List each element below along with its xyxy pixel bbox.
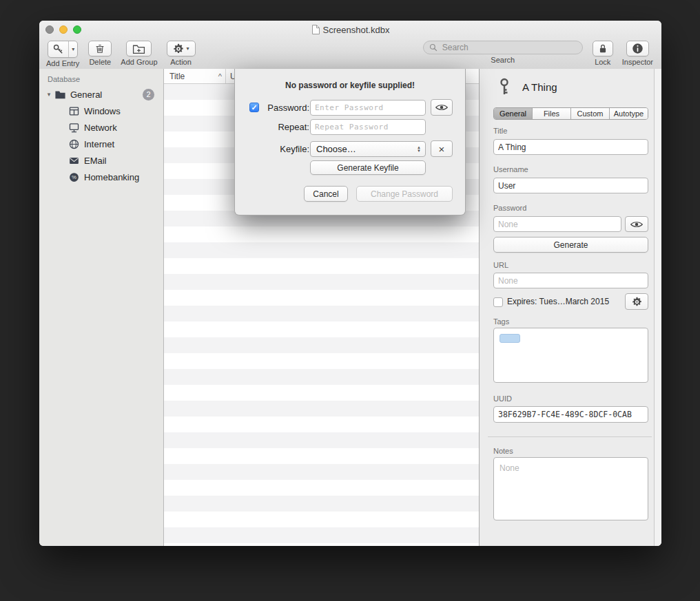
- homebanking-coin-icon: %: [68, 171, 80, 183]
- key-icon: [496, 78, 513, 96]
- password-input[interactable]: [310, 100, 426, 116]
- search-field[interactable]: [423, 41, 583, 54]
- uuid-field[interactable]: [493, 406, 648, 423]
- traffic-lights: [45, 25, 81, 34]
- sidebar: Database ▾ General 2 Windows Network Int…: [39, 69, 164, 546]
- toolbar-item-lock: Lock: [593, 41, 613, 66]
- keyfile-popup[interactable]: Choose… ▲▼: [310, 141, 426, 157]
- password-checkbox[interactable]: ✓: [249, 103, 259, 112]
- add-entry-label: Add Entry: [46, 59, 79, 67]
- close-button[interactable]: [45, 25, 54, 34]
- add-group-label: Add Group: [121, 58, 157, 66]
- repeat-password-input[interactable]: [310, 119, 426, 135]
- titlebar[interactable]: Screenshot.kdbx: [39, 21, 661, 39]
- change-password-button[interactable]: Change Password: [356, 186, 453, 202]
- folder-icon: [54, 89, 66, 101]
- delete-label: Delete: [89, 58, 111, 66]
- password-label: Password:: [262, 100, 309, 116]
- notes-box[interactable]: None: [493, 457, 648, 520]
- search-icon: [429, 43, 438, 52]
- username-field[interactable]: [493, 178, 648, 193]
- sidebar-item-email[interactable]: EMail: [39, 152, 163, 169]
- popup-stepper-icon: ▲▼: [417, 146, 425, 153]
- sidebar-item-label: Homebanking: [84, 172, 139, 182]
- inspector-scrollbar[interactable]: [654, 69, 661, 546]
- expires-settings-button[interactable]: [625, 293, 648, 310]
- sort-indicator-icon: ^: [218, 72, 222, 81]
- add-entry-button[interactable]: ▾: [48, 41, 78, 58]
- notes-placeholder: None: [500, 463, 519, 473]
- tags-box[interactable]: [493, 328, 648, 383]
- toolbar-item-search: Search: [423, 41, 583, 64]
- clear-keyfile-button[interactable]: ×: [431, 140, 453, 157]
- windows-icon: [68, 105, 80, 117]
- generate-keyfile-button[interactable]: Generate Keyfile: [310, 160, 426, 175]
- cancel-button[interactable]: Cancel: [304, 186, 348, 202]
- search-input[interactable]: [441, 42, 577, 53]
- entry-title: A Thing: [522, 81, 557, 93]
- toolbar-item-delete: Delete: [88, 41, 112, 66]
- checkmark-icon: ✓: [251, 103, 257, 112]
- add-group-button[interactable]: [126, 41, 152, 56]
- inspector-button[interactable]: [626, 41, 649, 56]
- uuid-label: UUID: [493, 394, 512, 403]
- sidebar-item-label: EMail: [84, 156, 107, 166]
- notes-label: Notes: [493, 447, 513, 455]
- sidebar-item-label: Windows: [84, 106, 121, 116]
- tab-autotype[interactable]: Autotype: [610, 108, 648, 119]
- app-window: Screenshot.kdbx ▾ Add Entry Delete: [39, 21, 661, 546]
- column-header-title[interactable]: Title ^: [164, 69, 226, 83]
- inspector-label: Inspector: [622, 58, 653, 66]
- repeat-label: Repeat:: [262, 119, 309, 135]
- toolbar-item-add-entry: ▾ Add Entry: [46, 41, 79, 67]
- sidebar-item-windows[interactable]: Windows: [39, 103, 163, 119]
- inspector-entry-header: A Thing: [496, 78, 557, 96]
- keyfile-popup-value: Choose…: [311, 144, 417, 154]
- sidebar-item-internet[interactable]: Internet: [39, 136, 163, 152]
- toolbar-item-action: ▾ Action: [167, 41, 196, 66]
- sidebar-item-network[interactable]: Network: [39, 119, 163, 136]
- tab-files[interactable]: Files: [533, 108, 571, 119]
- lock-button[interactable]: [593, 41, 613, 56]
- tab-custom[interactable]: Custom: [571, 108, 610, 119]
- expires-checkbox[interactable]: [493, 297, 503, 307]
- action-button[interactable]: ▾: [167, 41, 196, 56]
- password-field[interactable]: [493, 216, 621, 232]
- network-icon: [68, 122, 80, 134]
- delete-button[interactable]: [88, 41, 112, 56]
- inspector-tab-bar: General Files Custom Autotype: [493, 107, 648, 120]
- lock-label: Lock: [595, 58, 610, 66]
- title-field[interactable]: [493, 139, 648, 155]
- tab-general[interactable]: General: [494, 108, 533, 119]
- chevron-down-icon[interactable]: ▾: [68, 41, 77, 57]
- internet-globe-icon: [68, 138, 80, 150]
- disclosure-triangle-icon[interactable]: ▾: [45, 91, 53, 98]
- sidebar-item-homebanking[interactable]: % Homebanking: [39, 169, 163, 185]
- minimize-button[interactable]: [59, 25, 68, 34]
- sidebar-group-general[interactable]: ▾ General 2: [39, 86, 163, 103]
- info-icon: [632, 43, 644, 54]
- reveal-password-button[interactable]: [625, 216, 648, 232]
- url-field[interactable]: [493, 273, 648, 288]
- action-label: Action: [170, 58, 192, 66]
- email-envelope-icon: [68, 155, 80, 167]
- url-field-label: URL: [493, 261, 508, 269]
- reveal-password-button[interactable]: [431, 99, 453, 116]
- sidebar-section-header: Database: [39, 69, 163, 86]
- gear-icon: [173, 43, 184, 54]
- expires-label: Expires: Tues…March 2015: [507, 297, 609, 306]
- zoom-button[interactable]: [73, 25, 81, 34]
- change-password-sheet: No password or keyfile supplied! ✓ Passw…: [234, 69, 466, 215]
- tag-pill[interactable]: [500, 334, 520, 343]
- search-label: Search: [491, 56, 515, 64]
- generate-password-button[interactable]: Generate: [493, 237, 648, 253]
- trash-icon: [94, 43, 105, 54]
- window-chrome: Screenshot.kdbx ▾ Add Entry Delete: [39, 21, 661, 70]
- toolbar: ▾ Add Entry Delete Add Group ▾: [39, 39, 661, 69]
- sheet-message: No password or keyfile supplied!: [235, 81, 465, 90]
- eye-icon: [435, 103, 448, 112]
- svg-text:%: %: [72, 174, 76, 180]
- desktop-background: { "window": { "title": "Screenshot.kdbx"…: [0, 0, 700, 601]
- clear-x-icon: ×: [439, 144, 445, 154]
- keyfile-label: Keyfile:: [262, 141, 309, 157]
